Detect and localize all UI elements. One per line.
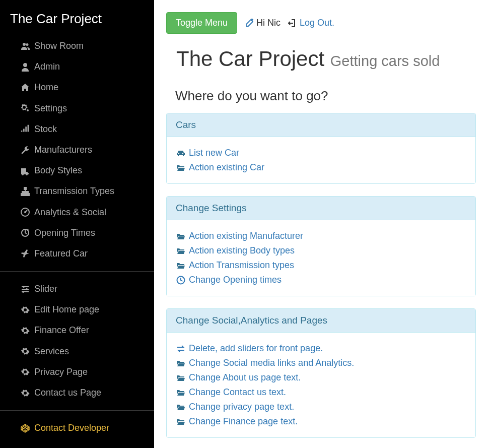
sidebar-item-admin[interactable]: Admin — [0, 56, 154, 77]
folder-open-icon — [176, 246, 186, 255]
panel-link-label: Change Opening times — [189, 273, 282, 287]
logout-link[interactable]: Log Out. — [288, 18, 334, 28]
sidebar-item-label: Show Room — [34, 40, 84, 52]
panel-body: Action existing ManufacturerAction exist… — [167, 220, 475, 296]
sidebar-item-label: Services — [34, 345, 69, 358]
sidebar-item-transmission-types[interactable]: Transmission Types — [0, 181, 154, 202]
sidebar-item-label: Body Styles — [34, 164, 82, 177]
truck-icon — [20, 166, 30, 175]
panel-link-label: List new Car — [189, 146, 239, 160]
panel-link[interactable]: Change Opening times — [176, 273, 466, 287]
panel-link-label: Action Transmission types — [189, 259, 294, 272]
sidebar-item-label: Edit Home page — [34, 303, 99, 316]
sidebar-item-label: Manufacturers — [34, 144, 92, 156]
topbar: Toggle Menu Hi Nic Log Out. — [166, 12, 476, 34]
sidebar-item-label: Stock — [34, 123, 57, 136]
cog-icon — [20, 389, 30, 398]
sidebar-item-contact-us-page[interactable]: Contact us Page — [0, 382, 154, 403]
panel: Change SettingsAction existing Manufactu… — [166, 196, 476, 296]
home-icon — [20, 83, 30, 92]
car-icon — [176, 149, 186, 158]
brand-title: The Car Project — [0, 0, 154, 36]
sidebar-item-label: Privacy Page — [34, 366, 88, 378]
sidebar-item-stock[interactable]: Stock — [0, 119, 154, 140]
panel-link[interactable]: Action existing Car — [176, 161, 466, 174]
sidebar-item-contact-developer[interactable]: Contact Developer — [0, 418, 154, 438]
sidebar-item-label: Home — [34, 81, 58, 94]
cogs-icon — [20, 104, 30, 113]
wrench-icon — [20, 146, 30, 155]
page-subtitle: Where do you want to go? — [175, 88, 476, 104]
sidebar-item-analytics-social[interactable]: Analytics & Social — [0, 202, 154, 223]
sidebar-item-edit-home-page[interactable]: Edit Home page — [0, 299, 154, 320]
codepen-icon — [20, 424, 30, 433]
sidebar-item-label: Slider — [34, 283, 57, 295]
folder-open-icon — [176, 232, 186, 241]
user-icon — [20, 62, 30, 72]
cog-icon — [20, 326, 30, 335]
sidebar-item-finance-offer[interactable]: Finance Offer — [0, 320, 154, 341]
panel-link[interactable]: Action existing Manufacturer — [176, 229, 466, 243]
logout-label: Log Out. — [300, 18, 334, 28]
panel: Change Social,Analytics and PagesDelete,… — [166, 308, 476, 438]
panel-link-label: Delete, add sliders for front page. — [189, 342, 323, 355]
panel-link-label: Action existing Car — [189, 161, 264, 174]
panel-body: List new CarAction existing Car — [167, 137, 475, 183]
exchange-icon — [176, 344, 186, 353]
panel-link-label: Change privacy page text. — [189, 400, 294, 414]
logout-icon — [288, 19, 298, 28]
sidebar-item-manufacturers[interactable]: Manufacturers — [0, 140, 154, 160]
main-content: Toggle Menu Hi Nic Log Out. The Car Proj… — [154, 0, 490, 448]
sidebar-item-services[interactable]: Services — [0, 341, 154, 362]
toggle-menu-button[interactable]: Toggle Menu — [166, 12, 237, 34]
panel-link-label: Change Contact us text. — [189, 386, 286, 399]
folder-open-icon — [176, 359, 186, 368]
sidebar-item-label: Opening Times — [34, 227, 95, 239]
panel-link[interactable]: Action existing Body types — [176, 244, 466, 258]
sidebar-item-privacy-page[interactable]: Privacy Page — [0, 362, 154, 382]
panel-link[interactable]: Change privacy page text. — [176, 400, 466, 414]
sidebar-item-settings[interactable]: Settings — [0, 98, 154, 119]
folder-open-icon — [176, 261, 186, 270]
sidebar-divider — [0, 410, 154, 411]
panel-link[interactable]: Change Finance page text. — [176, 415, 466, 428]
panel-body: Delete, add sliders for front page.Chang… — [167, 333, 475, 437]
panel-link[interactable]: Change Contact us text. — [176, 386, 466, 399]
plane-icon — [20, 249, 30, 258]
panel-link[interactable]: Action Transmission types — [176, 259, 466, 272]
page-header: The Car Project Getting cars sold — [166, 47, 476, 77]
sidebar-item-label: Transmission Types — [34, 185, 114, 198]
panel-link-label: Change Finance page text. — [189, 415, 298, 428]
sidebar-item-slider[interactable]: Slider — [0, 279, 154, 299]
folder-open-icon — [176, 388, 186, 397]
folder-open-icon — [176, 403, 186, 412]
sidebar-item-opening-times[interactable]: Opening Times — [0, 223, 154, 243]
cog-icon — [20, 305, 30, 314]
panel-link-label: Action existing Manufacturer — [189, 229, 303, 243]
sidebar-item-show-room[interactable]: Show Room — [0, 36, 154, 56]
clock-icon — [176, 276, 186, 285]
panel-link[interactable]: Change Social media links and Analytics. — [176, 356, 466, 370]
sidebar-item-label: Contact us Page — [34, 387, 101, 399]
dashboard-icon — [20, 208, 30, 217]
greeting-link[interactable]: Hi Nic — [244, 18, 281, 28]
panel-heading: Cars — [167, 113, 475, 137]
panel: CarsList new CarAction existing Car — [166, 113, 476, 184]
sidebar-item-featured-car[interactable]: Featured Car — [0, 243, 154, 264]
panel-link[interactable]: List new Car — [176, 146, 466, 160]
sidebar-nav-secondary: SliderEdit Home pageFinance OfferService… — [0, 279, 154, 403]
sidebar-nav-primary: Show RoomAdminHomeSettingsStockManufactu… — [0, 36, 154, 264]
page-tagline: Getting cars sold — [330, 53, 440, 69]
sidebar-item-label: Contact Developer — [34, 422, 109, 434]
page-title: The Car Project — [176, 47, 330, 71]
sidebar-item-home[interactable]: Home — [0, 77, 154, 98]
folder-open-icon — [176, 373, 186, 382]
panel-link[interactable]: Delete, add sliders for front page. — [176, 342, 466, 355]
sidebar-divider — [0, 271, 154, 272]
sidebar-item-body-styles[interactable]: Body Styles — [0, 160, 154, 181]
sidebar-item-label: Finance Offer — [34, 324, 89, 337]
panel-link[interactable]: Change About us page text. — [176, 371, 466, 385]
folder-open-icon — [176, 163, 186, 172]
sidebar: The Car Project Show RoomAdminHomeSettin… — [0, 0, 154, 448]
folder-open-icon — [176, 417, 186, 426]
